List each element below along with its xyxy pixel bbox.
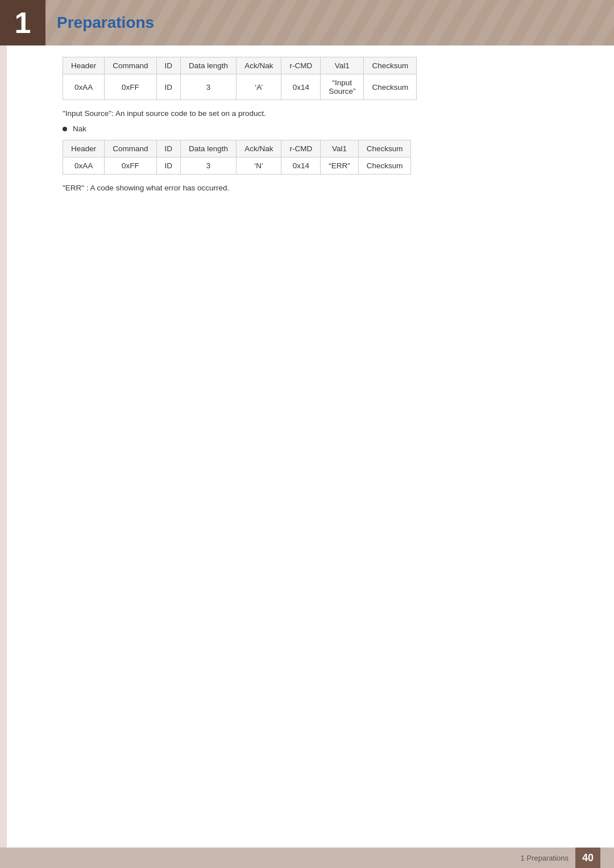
- ack-row-rcmd: 0x14: [281, 74, 321, 100]
- col-header-checksum: Checksum: [364, 57, 417, 74]
- desc-text-1: "Input Source": An input source code to …: [63, 109, 551, 118]
- chapter-number: 1: [15, 8, 31, 38]
- nak-col-header-id: ID: [156, 140, 181, 157]
- ack-row-command: 0xFF: [105, 74, 156, 100]
- desc-text-2: "ERR" : A code showing what error has oc…: [63, 184, 551, 192]
- nak-col-header-data-length: Data length: [181, 140, 237, 157]
- left-accent-bar: [0, 45, 7, 848]
- ack-row-id: ID: [156, 74, 181, 100]
- col-header-rcmd: r-CMD: [281, 57, 321, 74]
- footer-text: 1 Preparations: [520, 854, 569, 862]
- nak-row-data-length: 3: [181, 157, 237, 175]
- col-header-data-length: Data length: [181, 57, 237, 74]
- nak-col-header-header: Header: [63, 140, 105, 157]
- footer-page-number: 40: [575, 848, 600, 868]
- nak-table-wrapper: Header Command ID Data length Ack/Nak r-…: [63, 140, 551, 175]
- ack-row-ack-nak: ‘A’: [237, 74, 281, 100]
- nak-row-header: 0xAA: [63, 157, 105, 175]
- nak-row-rcmd: 0x14: [281, 157, 321, 175]
- col-header-id: ID: [156, 57, 181, 74]
- col-header-val1: Val1: [321, 57, 364, 74]
- header-title-area: Preparations: [45, 0, 154, 45]
- chapter-number-box: 1: [0, 0, 45, 45]
- page-title: Preparations: [57, 14, 154, 32]
- nak-col-header-val1: Val1: [321, 140, 359, 157]
- nak-row-command: 0xFF: [105, 157, 156, 175]
- nak-row-val1: “ERR”: [321, 157, 359, 175]
- col-header-command: Command: [105, 57, 156, 74]
- ack-row-header: 0xAA: [63, 74, 105, 100]
- ack-row-val1: “InputSource”: [321, 74, 364, 100]
- nak-row-id: ID: [156, 157, 181, 175]
- nak-row-ack-nak: ‘N’: [237, 157, 281, 175]
- ack-row-data-length: 3: [181, 74, 237, 100]
- bullet-label-nak: Nak: [73, 124, 86, 133]
- footer: 1 Preparations 40: [0, 848, 614, 868]
- nak-col-header-rcmd: r-CMD: [281, 140, 321, 157]
- nak-col-header-checksum: Checksum: [358, 140, 411, 157]
- nak-table: Header Command ID Data length Ack/Nak r-…: [63, 140, 411, 175]
- ack-table: Header Command ID Data length Ack/Nak r-…: [63, 57, 417, 100]
- nak-row-checksum: Checksum: [358, 157, 411, 175]
- bullet-item-nak: Nak: [63, 124, 551, 133]
- main-content: Header Command ID Data length Ack/Nak r-…: [63, 57, 551, 199]
- nak-col-header-ack-nak: Ack/Nak: [237, 140, 281, 157]
- bullet-dot: [63, 127, 67, 131]
- ack-row-checksum: Checksum: [364, 74, 417, 100]
- ack-table-wrapper: Header Command ID Data length Ack/Nak r-…: [63, 57, 551, 100]
- nak-col-header-command: Command: [105, 140, 156, 157]
- col-header-header: Header: [63, 57, 105, 74]
- col-header-ack-nak: Ack/Nak: [237, 57, 281, 74]
